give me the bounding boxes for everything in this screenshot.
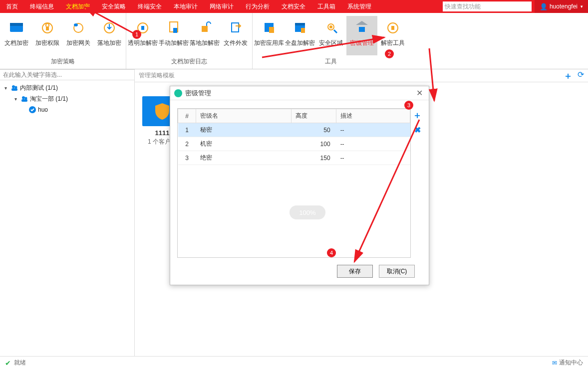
progress-indicator: 100% <box>290 205 325 219</box>
content-title: 管理策略模板 <box>139 71 175 80</box>
close-icon[interactable]: ✕ <box>414 88 425 98</box>
table-row[interactable]: 1 秘密 50 -- <box>178 123 410 137</box>
top-nav: 首页 终端信息 文档加密 安全策略 终端安全 本地审计 网络审计 行为分析 文档… <box>0 0 588 13</box>
refresh-icon[interactable]: ⟳ <box>578 70 584 82</box>
nav-doc-security[interactable]: 文档安全 <box>276 0 311 13</box>
nav-terminal-info[interactable]: 终端信息 <box>24 0 60 13</box>
svg-point-23 <box>12 85 15 88</box>
svg-point-27 <box>25 97 27 100</box>
rb-manual[interactable]: 手动加解密 <box>158 16 189 55</box>
content-header: 管理策略模板 ＋ ⟳ <box>135 69 588 82</box>
ribbon-group-label-2: 工具 <box>253 55 409 69</box>
ribbon-group-label-0: 加密策略 <box>0 55 126 69</box>
svg-rect-22 <box>391 26 394 30</box>
rb-doc-encrypt[interactable]: 文档加密 <box>1 16 32 55</box>
chevron-down-icon: ▾ <box>581 4 583 9</box>
svg-point-24 <box>15 86 17 89</box>
ribbon: 文档加密 加密权限 加密网关 落地加密 加密策略 透明加解密 手动加解密 落地加… <box>0 13 588 69</box>
add-icon[interactable]: ＋ <box>564 70 573 82</box>
ribbon-group-encrypt-policy: 文档加密 加密权限 加密网关 落地加密 加密策略 <box>0 13 126 69</box>
user-menu[interactable]: 👤 huotengfei ▾ <box>535 0 588 13</box>
delete-row-icon[interactable]: ✖ <box>414 125 421 135</box>
col-index[interactable]: # <box>178 109 196 123</box>
svg-rect-8 <box>141 26 144 30</box>
caret-down-icon: ▾ <box>2 85 9 91</box>
svg-rect-28 <box>21 99 27 102</box>
level-table: # 密级名 高度 描述 1 秘密 50 -- 2 机密 100 <box>177 108 411 258</box>
save-button[interactable]: 保存 <box>337 265 373 278</box>
col-desc[interactable]: 描述 <box>336 109 410 123</box>
svg-rect-11 <box>202 26 208 32</box>
globe-icon <box>174 89 182 97</box>
rb-land-dec[interactable]: 落地加解密 <box>189 16 220 55</box>
rb-encrypt-gateway[interactable]: 加密网关 <box>63 16 94 55</box>
notify-center[interactable]: 通知中心 <box>559 359 583 367</box>
svg-rect-16 <box>295 23 305 25</box>
rb-encrypt-perm[interactable]: 加密权限 <box>32 16 63 55</box>
svg-point-26 <box>22 96 25 99</box>
nav-system[interactable]: 系统管理 <box>341 0 377 13</box>
nav-terminal-security[interactable]: 终端安全 <box>132 0 168 13</box>
nav-toolbox[interactable]: 工具箱 <box>311 0 341 13</box>
svg-rect-12 <box>232 23 239 32</box>
nav-doc-encrypt[interactable]: 文档加密 <box>60 0 96 13</box>
rb-full-disk[interactable]: 全盘加解密 <box>285 16 315 55</box>
col-height[interactable]: 高度 <box>292 109 336 123</box>
nav-network-audit[interactable]: 网络审计 <box>204 0 240 13</box>
tree: ▾ 内部测试 (1/1) ▾ 淘宝一部 (1/1) huo <box>0 80 134 117</box>
user-icon: 👤 <box>540 3 548 10</box>
check-icon: ✔ <box>5 359 11 367</box>
rb-transparent[interactable]: 透明加解密 <box>127 16 158 55</box>
users-icon <box>10 84 18 92</box>
sidebar: ▾ 内部测试 (1/1) ▾ 淘宝一部 (1/1) huo <box>0 69 135 356</box>
svg-rect-17 <box>301 28 305 33</box>
rb-land-encrypt[interactable]: 落地加密 <box>94 16 125 55</box>
mail-icon: ✉ <box>552 360 557 367</box>
tree-row-root[interactable]: ▾ 内部测试 (1/1) <box>0 82 134 93</box>
tree-row-user[interactable]: huo <box>0 104 134 115</box>
svg-point-5 <box>74 23 78 26</box>
svg-rect-1 <box>10 23 23 26</box>
caret-down-icon: ▾ <box>12 96 19 102</box>
svg-rect-10 <box>173 28 177 33</box>
nav-behavior[interactable]: 行为分析 <box>240 0 276 13</box>
status-text: 就绪 <box>14 359 26 367</box>
rb-decrypt-tool[interactable]: 解密工具 <box>377 16 408 55</box>
nav-local-audit[interactable]: 本地审计 <box>168 0 204 13</box>
dialog-title: 密级管理 <box>185 89 414 98</box>
add-row-icon[interactable]: ＋ <box>413 109 422 121</box>
ribbon-group-log: 透明加解密 手动加解密 落地加解密 文件外发 文档加密日志 <box>126 13 253 69</box>
cancel-button[interactable]: 取消(C) <box>379 265 415 278</box>
table-row[interactable]: 2 机密 100 -- <box>178 137 410 151</box>
tree-label: 内部测试 (1/1) <box>20 84 58 92</box>
nav-security-policy[interactable]: 安全策略 <box>96 0 132 13</box>
check-circle-icon <box>28 106 36 114</box>
user-name: huotengfei <box>550 3 578 10</box>
search-input[interactable] <box>443 1 532 11</box>
status-bar: ✔ 就绪 ✉ 通知中心 <box>0 356 588 369</box>
table-row[interactable]: 3 绝密 150 -- <box>178 151 410 165</box>
tree-filter-input[interactable] <box>0 69 134 80</box>
col-name[interactable]: 密级名 <box>196 109 292 123</box>
nav-home[interactable]: 首页 <box>0 0 24 13</box>
tree-label: 淘宝一部 (1/1) <box>30 95 68 103</box>
tree-label: huo <box>38 106 48 113</box>
ribbon-group-label-1: 文档加密日志 <box>126 55 252 69</box>
rb-app-lib[interactable]: 加密应用库 <box>254 16 285 55</box>
dialog-titlebar: 密级管理 ✕ <box>170 86 429 100</box>
level-manage-dialog: 密级管理 ✕ # 密级名 高度 描述 1 秘密 50 -- <box>170 86 429 285</box>
svg-rect-14 <box>269 27 274 33</box>
rb-level-manage[interactable]: 密级管理 <box>346 16 377 55</box>
users-icon <box>20 95 28 103</box>
tree-row-dept[interactable]: ▾ 淘宝一部 (1/1) <box>0 93 134 104</box>
ribbon-group-tools: 加密应用库 全盘加解密 安全区域 密级管理 解密工具 工具 <box>253 13 409 69</box>
rb-secure-zone[interactable]: 安全区域 <box>315 16 346 55</box>
svg-point-19 <box>329 25 332 28</box>
svg-rect-3 <box>46 26 49 30</box>
rb-file-out[interactable]: 文件外发 <box>220 16 251 55</box>
svg-rect-20 <box>359 27 365 32</box>
svg-rect-25 <box>11 88 17 91</box>
